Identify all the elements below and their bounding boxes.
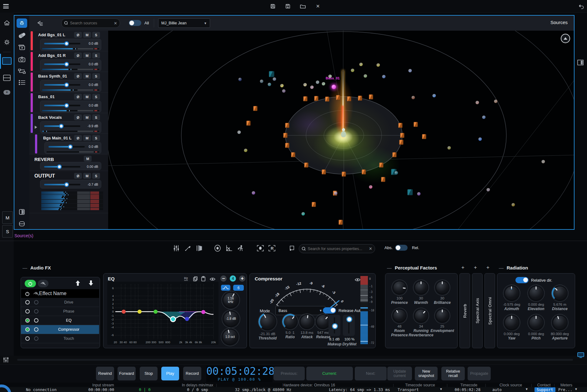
knob-control[interactable] <box>436 310 448 322</box>
source-dot[interactable] <box>282 89 286 93</box>
phase-button[interactable]: Ø <box>74 94 82 100</box>
tab-spectral-omni[interactable]: Spectral Omni <box>484 273 495 348</box>
filter-all-toggle[interactable] <box>129 20 141 26</box>
loop-icon[interactable] <box>288 244 295 252</box>
timecode-source-value[interactable]: Transport <box>398 387 419 392</box>
sources-spheres-icon[interactable] <box>14 31 29 41</box>
camera-icon[interactable] <box>14 54 29 64</box>
fx-power-button[interactable] <box>25 280 36 287</box>
fader-knob[interactable] <box>68 144 73 149</box>
source-item[interactable]: Add Bgs_01 RØMS0.0 dB <box>29 51 108 72</box>
relative-recall-button[interactable]: Relative recall <box>441 367 465 380</box>
source-dot[interactable] <box>412 96 415 99</box>
record-button[interactable]: Record <box>183 367 201 380</box>
knob-control[interactable] <box>394 310 405 322</box>
tab-reverb[interactable]: Reverb <box>459 273 470 348</box>
routing-icon[interactable] <box>14 66 29 76</box>
add-band-button[interactable]: + <box>239 275 245 282</box>
relative-dir-toggle[interactable] <box>515 277 529 283</box>
release-auto-toggle[interactable] <box>323 307 336 314</box>
eq-band-handle[interactable] <box>171 317 176 322</box>
effect-row-touch[interactable]: Touch <box>21 334 99 343</box>
solo-button[interactable]: S <box>92 73 100 79</box>
knob-control[interactable] <box>529 287 543 300</box>
right-panel-toggle-icon[interactable] <box>577 59 584 67</box>
eq-band-handle[interactable] <box>185 317 189 321</box>
knob-control[interactable] <box>529 316 543 329</box>
horizontal-scrollbar[interactable] <box>17 359 573 361</box>
undo-icon[interactable] <box>577 3 585 10</box>
rewind-button[interactable]: Rewind <box>96 367 114 380</box>
source-item[interactable]: Bass_01ØMS0.0 dB <box>29 93 108 113</box>
next-snapshot-button[interactable]: Next: <box>355 367 387 380</box>
effect-power-toggle[interactable] <box>25 336 30 341</box>
effect-bypass-toggle[interactable] <box>34 309 38 314</box>
mute-master-button[interactable]: M <box>2 211 13 224</box>
select-source-icon[interactable] <box>256 244 264 252</box>
open-folder-icon[interactable] <box>299 3 307 10</box>
source-dot[interactable] <box>512 203 515 207</box>
knob-control[interactable] <box>260 314 275 329</box>
source-dot[interactable] <box>359 63 363 66</box>
mute-button[interactable]: M <box>83 114 91 120</box>
abs-rel-toggle[interactable] <box>395 245 408 251</box>
source-dot[interactable] <box>238 131 241 134</box>
home-icon[interactable] <box>0 18 14 28</box>
current-snapshot-button[interactable]: Current: <box>306 367 353 380</box>
add-view-icon[interactable]: + <box>0 87 14 98</box>
phase-button[interactable]: Ø <box>74 32 82 38</box>
collapse-panel-icon[interactable] <box>36 19 44 28</box>
knob-control[interactable] <box>394 282 405 294</box>
solo-button[interactable]: S <box>92 53 100 58</box>
fader-knob[interactable] <box>64 103 69 108</box>
add-spectral-axis-button[interactable]: + <box>474 264 477 271</box>
source-dot[interactable] <box>364 74 367 78</box>
collapse-dash[interactable]: — <box>387 265 392 270</box>
settings-gear-icon[interactable] <box>0 37 14 48</box>
band-slope-button[interactable]: 6 <box>233 285 244 291</box>
phase-button[interactable]: Ø <box>74 135 82 141</box>
move-effect-up-icon[interactable] <box>75 280 81 288</box>
eq-band-handle[interactable] <box>122 310 126 314</box>
knob-control[interactable] <box>415 282 427 294</box>
source-search-input[interactable] <box>69 21 112 26</box>
source-dot[interactable] <box>487 188 490 192</box>
media-icon[interactable] <box>14 43 29 53</box>
volume-fader[interactable] <box>44 41 80 46</box>
phase-button[interactable]: Ø <box>74 173 82 179</box>
knob-control[interactable] <box>505 316 518 329</box>
play-button[interactable]: Play <box>161 367 179 380</box>
eq-band-handle[interactable] <box>201 310 205 314</box>
phase-button[interactable]: Ø <box>74 73 82 79</box>
source-dot[interactable] <box>252 191 255 195</box>
add-spectral-omni-button[interactable]: + <box>486 264 489 271</box>
mute-button[interactable]: M <box>83 173 91 179</box>
source-dot[interactable] <box>316 81 319 84</box>
select-r-icon[interactable]: R <box>268 244 275 252</box>
stop-button[interactable]: Stop <box>140 367 158 380</box>
selected-source-dot[interactable] <box>332 85 336 89</box>
source-dot[interactable] <box>482 116 486 119</box>
mute-button[interactable]: M <box>83 53 91 58</box>
mute-button[interactable]: M <box>83 135 91 141</box>
effect-row-compressor[interactable]: Compressor <box>21 325 99 334</box>
chevron-down-icon[interactable]: ▼ <box>440 387 442 391</box>
volume-fader[interactable] <box>44 164 80 169</box>
source-dot[interactable] <box>351 69 354 72</box>
source-dot[interactable] <box>409 69 412 73</box>
fader-knob[interactable] <box>64 182 69 187</box>
knob-control[interactable] <box>553 316 566 329</box>
mixer-icon[interactable] <box>173 244 180 252</box>
fader-knob[interactable] <box>64 41 69 46</box>
previous-snapshot-button[interactable]: Previous: <box>273 367 305 380</box>
properties-search-input[interactable] <box>307 246 367 251</box>
reverb-bus[interactable]: REVERBM0.00 dB <box>29 154 108 171</box>
eye-icon[interactable] <box>355 277 360 283</box>
source-dot[interactable] <box>304 83 307 87</box>
source-search[interactable]: ✕ <box>61 18 120 28</box>
knob-control[interactable] <box>553 287 566 300</box>
split-rows-icon[interactable] <box>14 219 29 229</box>
knob-control[interactable] <box>317 315 329 328</box>
source-dot[interactable] <box>334 192 338 195</box>
save-icon[interactable] <box>269 3 277 10</box>
